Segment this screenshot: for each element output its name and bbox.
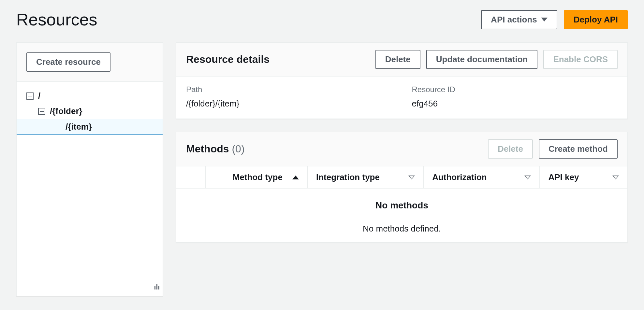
resources-tree: / /{folder} /{item}: [17, 82, 163, 135]
column-api-key[interactable]: API key: [540, 166, 627, 188]
page-title: Resources: [16, 10, 97, 29]
header-actions: API actions Deploy API: [481, 10, 628, 29]
api-actions-button[interactable]: API actions: [481, 10, 557, 29]
column-authorization[interactable]: Authorization: [424, 166, 540, 188]
resource-details-title: Resource details: [186, 53, 270, 65]
column-select: [176, 166, 206, 188]
methods-panel: Methods (0) Delete Create method Method …: [176, 132, 628, 243]
delete-resource-button[interactable]: Delete: [375, 50, 420, 69]
create-resource-button[interactable]: Create resource: [26, 52, 110, 72]
page-header: Resources API actions Deploy API: [16, 10, 628, 29]
methods-header: Methods (0) Delete Create method: [176, 132, 627, 166]
tree-node-root[interactable]: /: [17, 88, 163, 104]
tree-node-label: /{item}: [66, 122, 92, 132]
column-method-type[interactable]: Method type: [206, 166, 308, 188]
resource-id-label: Resource ID: [412, 85, 618, 94]
empty-title: No methods: [176, 200, 627, 211]
column-label: Integration type: [316, 172, 380, 182]
resource-details-body: Path /{folder}/{item} Resource ID efg456: [176, 77, 627, 119]
collapse-icon[interactable]: [38, 108, 45, 115]
empty-subtitle: No methods defined.: [176, 224, 627, 234]
resize-handle-icon[interactable]: [154, 284, 159, 289]
sort-icon: [408, 176, 415, 179]
update-documentation-button[interactable]: Update documentation: [426, 50, 538, 69]
caret-down-icon: [541, 18, 548, 21]
sort-asc-icon: [292, 176, 299, 179]
methods-title: Methods (0): [186, 143, 245, 155]
resources-tree-panel: Create resource / /{folder} /{item}: [16, 42, 163, 296]
tree-node-item[interactable]: /{item}: [17, 119, 163, 135]
resources-tree-header: Create resource: [17, 43, 163, 82]
enable-cors-button: Enable CORS: [543, 50, 618, 69]
delete-method-button: Delete: [488, 139, 533, 159]
tree-node-label: /: [38, 91, 40, 101]
resource-details-panel: Resource details Delete Update documenta…: [176, 42, 628, 119]
api-actions-label: API actions: [491, 15, 537, 25]
path-label: Path: [186, 85, 392, 94]
resource-details-header: Resource details Delete Update documenta…: [176, 43, 627, 77]
collapse-icon[interactable]: [26, 92, 34, 100]
methods-count: (0): [232, 143, 244, 155]
tree-node-folder[interactable]: /{folder}: [17, 104, 163, 119]
column-label: Method type: [233, 172, 283, 182]
column-integration-type[interactable]: Integration type: [308, 166, 424, 188]
deploy-api-button[interactable]: Deploy API: [564, 10, 628, 29]
methods-table-header: Method type Integration type Authorizati…: [176, 166, 627, 189]
path-value: /{folder}/{item}: [186, 99, 392, 109]
methods-empty-state: No methods No methods defined.: [176, 189, 627, 242]
column-label: Authorization: [432, 172, 487, 182]
path-field: Path /{folder}/{item}: [176, 77, 402, 119]
resource-id-field: Resource ID efg456: [402, 77, 628, 119]
tree-node-label: /{folder}: [50, 106, 82, 116]
resource-id-value: efg456: [412, 99, 618, 109]
create-method-button[interactable]: Create method: [539, 139, 618, 159]
column-label: API key: [548, 172, 579, 182]
methods-title-text: Methods: [186, 143, 229, 155]
sort-icon: [612, 176, 619, 179]
methods-actions: Delete Create method: [488, 139, 618, 159]
resource-details-actions: Delete Update documentation Enable CORS: [375, 50, 618, 69]
sort-icon: [524, 176, 531, 179]
